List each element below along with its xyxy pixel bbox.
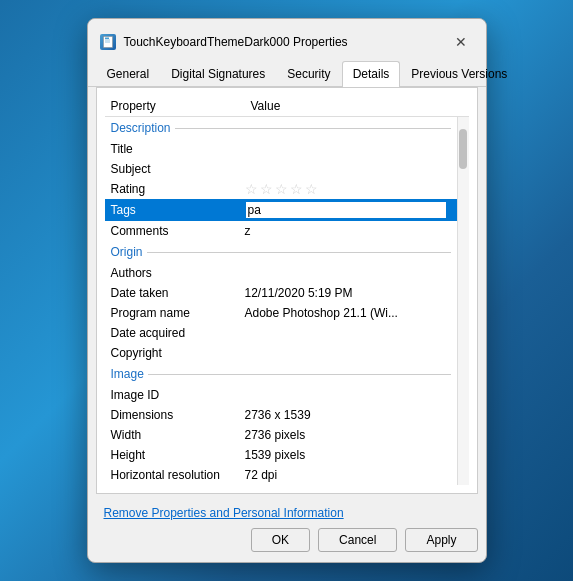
- row-subject: Subject: [105, 159, 457, 179]
- row-title: Title: [105, 139, 457, 159]
- tab-digital-signatures[interactable]: Digital Signatures: [160, 61, 276, 86]
- scrollbar-thumb[interactable]: [459, 129, 467, 169]
- description-section-header: Description: [105, 117, 457, 139]
- row-comments: Comments z: [105, 221, 457, 241]
- image-section-header: Image: [105, 363, 457, 385]
- tab-bar: General Digital Signatures Security Deta…: [88, 61, 486, 87]
- footer-buttons: OK Cancel Apply: [96, 528, 478, 552]
- subject-label: Subject: [111, 162, 245, 176]
- horiz-res-value: 72 dpi: [245, 468, 451, 482]
- row-width: Width 2736 pixels: [105, 425, 457, 445]
- table-body: Description Title Subject Rating ☆☆☆☆☆ T…: [105, 117, 457, 485]
- row-image-id: Image ID: [105, 385, 457, 405]
- rating-stars[interactable]: ☆☆☆☆☆: [245, 181, 451, 197]
- apply-button[interactable]: Apply: [405, 528, 477, 552]
- title-label: Title: [111, 142, 245, 156]
- height-value: 1539 pixels: [245, 448, 451, 462]
- dialog-title: TouchKeyboardThemeDark000 Properties: [124, 35, 348, 49]
- dimensions-value: 2736 x 1539: [245, 408, 451, 422]
- table-header: Property Value: [105, 96, 469, 117]
- title-bar-left: TouchKeyboardThemeDark000 Properties: [100, 34, 348, 50]
- svg-rect-2: [105, 40, 110, 41]
- value-header: Value: [251, 99, 463, 113]
- width-label: Width: [111, 428, 245, 442]
- tab-previous-versions[interactable]: Previous Versions: [400, 61, 518, 86]
- dialog-footer: Remove Properties and Personal Informati…: [88, 502, 486, 562]
- svg-rect-3: [105, 42, 110, 43]
- close-button[interactable]: ✕: [450, 31, 472, 53]
- program-name-value: Adobe Photoshop 21.1 (Wi...: [245, 306, 451, 320]
- file-icon: [100, 34, 116, 50]
- scrollbar[interactable]: [457, 117, 469, 485]
- copyright-label: Copyright: [111, 346, 245, 360]
- row-horiz-res: Horizontal resolution 72 dpi: [105, 465, 457, 485]
- row-rating: Rating ☆☆☆☆☆: [105, 179, 457, 199]
- tags-value: [245, 201, 451, 219]
- svg-rect-1: [105, 38, 109, 40]
- tags-input[interactable]: [245, 201, 447, 219]
- date-taken-label: Date taken: [111, 286, 245, 300]
- row-height: Height 1539 pixels: [105, 445, 457, 465]
- authors-label: Authors: [111, 266, 245, 280]
- row-program-name: Program name Adobe Photoshop 21.1 (Wi...: [105, 303, 457, 323]
- tab-details[interactable]: Details: [342, 61, 401, 87]
- width-value: 2736 pixels: [245, 428, 451, 442]
- horiz-res-label: Horizontal resolution: [111, 468, 245, 482]
- comments-label: Comments: [111, 224, 245, 238]
- properties-dialog: TouchKeyboardThemeDark000 Properties ✕ G…: [87, 18, 487, 563]
- date-acquired-label: Date acquired: [111, 326, 245, 340]
- property-header: Property: [111, 99, 251, 113]
- ok-button[interactable]: OK: [251, 528, 310, 552]
- row-date-taken: Date taken 12/11/2020 5:19 PM: [105, 283, 457, 303]
- tags-label: Tags: [111, 203, 245, 217]
- remove-properties-link[interactable]: Remove Properties and Personal Informati…: [96, 506, 478, 520]
- rating-label: Rating: [111, 182, 245, 196]
- details-content: Property Value Description Title Subject: [96, 87, 478, 494]
- program-name-label: Program name: [111, 306, 245, 320]
- row-authors: Authors: [105, 263, 457, 283]
- table-scroll-area: Description Title Subject Rating ☆☆☆☆☆ T…: [105, 117, 469, 485]
- tab-security[interactable]: Security: [276, 61, 341, 86]
- row-dimensions: Dimensions 2736 x 1539: [105, 405, 457, 425]
- origin-section-header: Origin: [105, 241, 457, 263]
- title-bar: TouchKeyboardThemeDark000 Properties ✕: [88, 19, 486, 61]
- height-label: Height: [111, 448, 245, 462]
- row-date-acquired: Date acquired: [105, 323, 457, 343]
- tab-general[interactable]: General: [96, 61, 161, 86]
- comments-value: z: [245, 224, 451, 238]
- row-tags[interactable]: Tags: [105, 199, 457, 221]
- dimensions-label: Dimensions: [111, 408, 245, 422]
- image-id-label: Image ID: [111, 388, 245, 402]
- date-taken-value: 12/11/2020 5:19 PM: [245, 286, 451, 300]
- cancel-button[interactable]: Cancel: [318, 528, 397, 552]
- row-copyright: Copyright: [105, 343, 457, 363]
